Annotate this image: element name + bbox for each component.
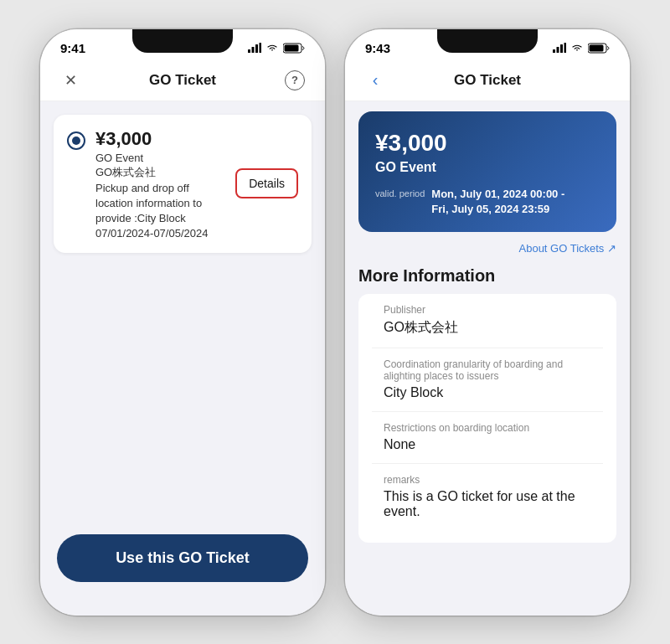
phone1-content: ¥3,000 GO Event GO株式会社 Pickup and drop o…: [40, 101, 325, 616]
svg-rect-7: [557, 47, 559, 53]
phone2-content: ¥3,000 GO Event valid. period Mon, July …: [345, 101, 630, 616]
coordination-value: City Block: [384, 385, 591, 400]
svg-rect-3: [260, 43, 262, 53]
time-2: 9:43: [365, 41, 390, 55]
svg-rect-2: [255, 44, 258, 53]
radio-inner: [72, 137, 80, 145]
signal-icon-2: [553, 43, 566, 53]
info-group: Publisher GO株式会社 Coordination granularit…: [358, 294, 616, 543]
restrictions-value: None: [384, 437, 591, 452]
notch-2: [437, 29, 538, 53]
close-button[interactable]: ✕: [57, 67, 84, 94]
ticket-card-dark: ¥3,000 GO Event valid. period Mon, July …: [358, 111, 616, 232]
info-coordination: Coordination granularity of boarding and…: [372, 348, 603, 410]
ticket-price-2: ¥3,000: [375, 130, 600, 157]
publisher-value: GO株式会社: [384, 319, 591, 337]
battery-icon-2: [588, 43, 610, 54]
nav-bar-1: ✕ GO Ticket ?: [40, 60, 325, 101]
signal-icon: [248, 43, 261, 53]
time-1: 9:41: [60, 41, 85, 55]
ticket-event: GO Event: [95, 152, 225, 164]
wifi-icon: [265, 43, 279, 53]
help-icon: ?: [285, 70, 305, 90]
remarks-value: This is a GO ticket for use at the event…: [384, 489, 591, 519]
ticket-location: Pickup and drop off location information…: [95, 181, 225, 227]
status-icons-2: [553, 43, 610, 54]
status-icons-1: [248, 43, 305, 54]
nav-bar-2: ‹ GO Ticket: [345, 60, 630, 101]
info-publisher: Publisher GO株式会社: [372, 294, 603, 347]
nav-title-1: GO Ticket: [149, 72, 216, 89]
more-info-title: More Information: [345, 263, 630, 294]
ticket-valid-row: valid. period Mon, July 01, 2024 00:00 -…: [375, 187, 600, 217]
help-button[interactable]: ?: [281, 67, 308, 94]
ticket-radio[interactable]: [67, 131, 85, 150]
back-button[interactable]: ‹: [362, 67, 389, 94]
about-link-container: About GO Tickets ↗: [345, 239, 630, 263]
svg-rect-11: [590, 44, 604, 51]
phone-1: 9:41: [40, 29, 325, 616]
info-remarks: remarks This is a GO ticket for use at t…: [372, 463, 603, 529]
coordination-label: Coordination granularity of boarding and…: [384, 358, 591, 382]
valid-label: valid. period: [375, 188, 425, 198]
svg-rect-8: [560, 44, 563, 53]
remarks-label: remarks: [384, 474, 591, 486]
restrictions-label: Restrictions on boarding location: [384, 422, 591, 434]
ticket-card: ¥3,000 GO Event GO株式会社 Pickup and drop o…: [54, 115, 312, 254]
phones-container: 9:41: [40, 29, 630, 616]
svg-rect-6: [553, 49, 555, 53]
battery-icon: [283, 43, 305, 54]
ticket-dates: 07/01/2024-07/05/2024: [95, 227, 225, 240]
spacer: [40, 266, 325, 520]
ticket-event-2: GO Event: [375, 160, 600, 175]
phone1-bottom: Use this GO Ticket: [40, 521, 325, 616]
nav-title-2: GO Ticket: [454, 72, 521, 89]
ticket-info: ¥3,000 GO Event GO株式会社 Pickup and drop o…: [95, 128, 225, 240]
valid-dates: Mon, July 01, 2024 00:00 -Fri, July 05, …: [431, 187, 564, 217]
info-restrictions: Restrictions on boarding location None: [372, 411, 603, 462]
wifi-icon-2: [570, 43, 584, 53]
back-icon: ‹: [373, 70, 379, 90]
ticket-price: ¥3,000: [95, 128, 225, 150]
close-icon: ✕: [64, 71, 77, 90]
svg-rect-1: [252, 47, 255, 53]
ticket-issuer: GO株式会社: [95, 165, 225, 180]
about-go-tickets-link[interactable]: About GO Tickets ↗: [519, 242, 617, 255]
publisher-label: Publisher: [384, 304, 591, 316]
svg-rect-0: [248, 49, 250, 53]
svg-rect-5: [285, 44, 299, 51]
use-ticket-button[interactable]: Use this GO Ticket: [57, 534, 308, 582]
notch-1: [132, 29, 233, 53]
phone-2: 9:43: [345, 29, 630, 616]
details-button[interactable]: Details: [235, 168, 298, 198]
svg-rect-9: [564, 43, 567, 53]
